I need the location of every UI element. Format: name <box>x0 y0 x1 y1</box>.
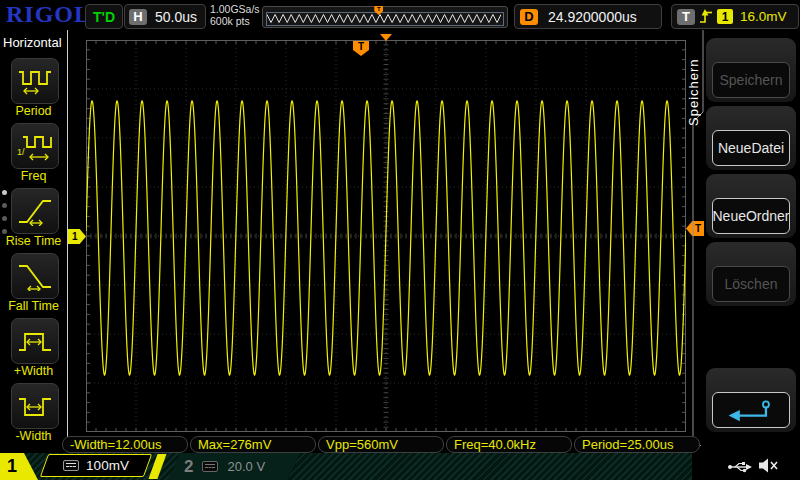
memory-depth: 600k pts <box>210 15 260 27</box>
freq-icon: 1/ <box>17 131 53 161</box>
menu-label-freq[interactable]: Freq <box>0 169 67 183</box>
delay-box: D 24.9200000us <box>514 4 662 29</box>
back-arrow-icon <box>723 397 779 423</box>
measurement-minus-width: -Width=12.00us <box>62 436 188 453</box>
measurement-vpp: Vpp=560mV <box>318 436 444 453</box>
svg-text:1/: 1/ <box>17 147 25 157</box>
softkey-speichern[interactable]: Speichern <box>706 38 796 102</box>
scroll-dot <box>2 203 7 208</box>
measurement-period: Period=25.00us <box>574 436 700 453</box>
trigger-status-badge: T'D <box>85 4 123 29</box>
scroll-dot <box>2 229 7 234</box>
waveform-preview: T <box>262 6 508 28</box>
menu-label-minus-width[interactable]: -Width <box>0 429 67 443</box>
timebase-value: 50.0us <box>155 9 197 25</box>
channel2-number: 2 <box>184 457 193 477</box>
menu-item-fall-time[interactable] <box>11 253 59 299</box>
softkey-loeschen[interactable]: Löschen <box>706 242 796 306</box>
trigger-source-badge: 1 <box>717 9 733 24</box>
menu-item-freq[interactable]: 1/ <box>11 123 59 169</box>
trigger-badge: T <box>677 9 695 25</box>
sample-rate: 1.00GSa/s <box>210 3 260 15</box>
oscilloscope-screen: RIGOL T'D H 50.0us 1.00GSa/s 600k pts T … <box>0 0 800 480</box>
right-menu-tab: Speichern <box>686 36 706 148</box>
measurement-freq: Freq=40.0kHz <box>446 436 572 453</box>
timebase-box: H 50.0us <box>124 4 206 29</box>
channel1-scale-box[interactable]: 100mV <box>40 454 152 477</box>
fall-time-icon <box>17 261 53 291</box>
dc-coupling-icon <box>63 460 79 471</box>
trigger-status-text: T'D <box>86 9 122 25</box>
acquisition-info: 1.00GSa/s 600k pts <box>210 3 260 27</box>
channel2-scale: 20.0 V <box>227 459 265 474</box>
preview-window <box>266 12 504 26</box>
dc-coupling-icon <box>202 461 218 472</box>
softkey-neue-datei-label: NeueDatei <box>712 130 790 166</box>
rise-time-icon <box>17 196 53 226</box>
period-icon <box>17 66 53 96</box>
waveform-plot <box>86 40 686 432</box>
trigger-level-marker[interactable]: T <box>686 221 704 236</box>
softkey-back[interactable] <box>706 368 796 432</box>
preview-waveform <box>267 13 501 25</box>
scroll-dot <box>2 216 7 221</box>
softkey-neue-ordner-label: NeueOrdner <box>712 198 790 234</box>
trigger-level-value: 16.0mV <box>740 9 787 24</box>
rising-edge-icon <box>699 9 713 25</box>
menu-item-period[interactable] <box>11 58 59 104</box>
softkey-neue-datei[interactable]: NeueDatei <box>706 106 796 170</box>
menu-label-rise-time[interactable]: Rise Time <box>0 234 67 248</box>
scroll-dot-active <box>2 190 7 195</box>
delay-value: 24.9200000us <box>548 9 637 25</box>
horizontal-badge: H <box>129 9 147 25</box>
measurement-max: Max=276mV <box>190 436 316 453</box>
menu-item-minus-width[interactable] <box>11 383 59 429</box>
left-menu-title: Horizontal <box>3 35 62 50</box>
menu-item-plus-width[interactable] <box>11 318 59 364</box>
channel2-toggle[interactable]: 2 20.0 V <box>168 453 300 480</box>
delay-badge: D <box>520 9 538 25</box>
menu-label-period[interactable]: Period <box>0 104 67 118</box>
speaker-muted-icon <box>758 458 780 473</box>
rigol-logo: RIGOL <box>6 1 91 28</box>
softkey-neue-ordner[interactable]: NeueOrdner <box>706 174 796 238</box>
trigger-info-box: T 1 16.0mV <box>671 4 799 29</box>
menu-item-rise-time[interactable] <box>11 188 59 234</box>
minus-width-icon <box>17 391 53 421</box>
menu-label-plus-width[interactable]: +Width <box>0 364 67 378</box>
menu-label-fall-time[interactable]: Fall Time <box>0 299 67 313</box>
channel1-ground-marker[interactable]: 1 <box>68 229 86 244</box>
plus-width-icon <box>17 326 53 356</box>
usb-icon <box>727 460 753 474</box>
softkey-loeschen-label: Löschen <box>712 266 790 302</box>
channel1-scale: 100mV <box>86 458 129 473</box>
softkey-speichern-label: Speichern <box>712 62 790 98</box>
